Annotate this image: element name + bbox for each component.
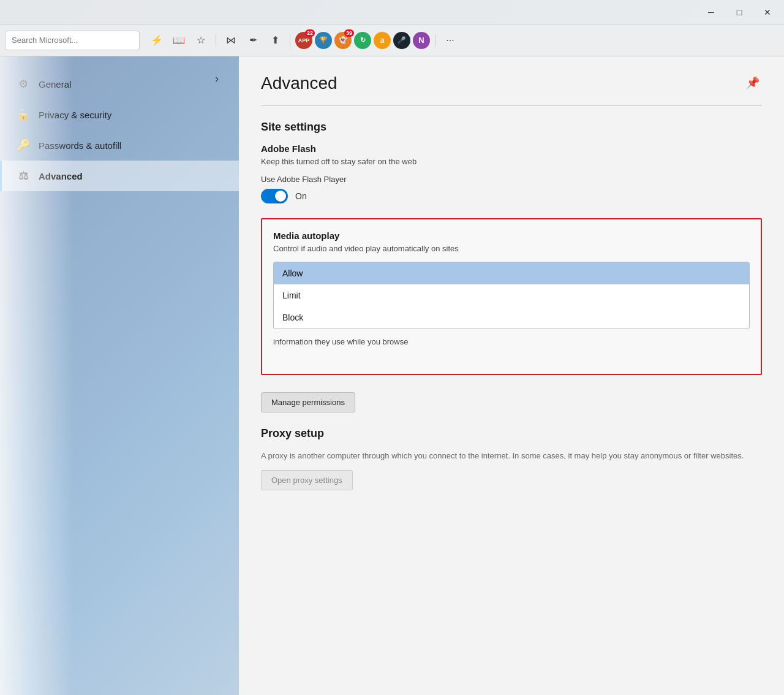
proxy-setup-section: Proxy setup A proxy is another computer …	[261, 427, 762, 491]
media-autoplay-dropdown[interactable]: Allow Limit Block	[273, 262, 750, 329]
right-panel: Advanced 📌 Site settings Adobe Flash Kee…	[239, 56, 784, 695]
close-button[interactable]: ✕	[753, 2, 782, 22]
refresh-ext[interactable]: ↻	[354, 32, 371, 49]
titlebar: ─ □ ✕	[0, 0, 784, 25]
sidebar-item-privacy-label: Privacy & security	[39, 110, 111, 120]
open-proxy-settings-button[interactable]: Open proxy settings	[261, 470, 353, 490]
sidebar-item-advanced[interactable]: ⚖ Advanced	[0, 161, 239, 191]
toolbar: ⚡ 📖 ☆ ⋈ ✒ ⬆ APP 22 🏆 👻 39 ↻ a 🎤 N ···	[0, 25, 784, 56]
minimize-button[interactable]: ─	[697, 2, 725, 22]
adobe-flash-block: Adobe Flash Keep this turned off to stay…	[261, 143, 762, 203]
sidebar-item-general-label: General	[39, 79, 71, 89]
translate-icon[interactable]: ⚡	[147, 31, 167, 50]
advanced-icon: ⚖	[17, 169, 30, 183]
media-autoplay-highlight-box: Media autoplay Control if audio and vide…	[261, 218, 762, 374]
favorites-icon[interactable]: ☆	[191, 31, 211, 50]
media-autoplay-name: Media autoplay	[273, 230, 750, 241]
dropdown-option-limit[interactable]: Limit	[274, 284, 749, 306]
privacy-icon: 🔒	[17, 108, 30, 121]
sidebar: › ⚙ General 🔒 Privacy & security 🔑 Passw…	[0, 56, 239, 695]
panel-header: Advanced 📌	[261, 74, 762, 93]
adobe-flash-use-label: Use Adobe Flash Player	[261, 175, 762, 184]
media-autoplay-desc: Control if audio and video play automati…	[273, 243, 750, 254]
sidebar-item-passwords-label: Passwords & autofill	[39, 140, 121, 151]
collections-icon[interactable]: ⋈	[221, 31, 241, 50]
toolbar-divider-1	[216, 34, 216, 47]
proxy-title: Proxy setup	[261, 427, 762, 440]
media-autoplay-block: Media autoplay Control if audio and vide…	[273, 230, 750, 348]
search-input[interactable]	[5, 31, 140, 50]
avatar-badge: 22	[305, 29, 315, 37]
sidebar-item-advanced-label: Advanced	[39, 171, 83, 181]
maximize-button[interactable]: □	[725, 2, 753, 22]
sidebar-item-privacy[interactable]: 🔒 Privacy & security	[0, 99, 239, 130]
dropdown-option-allow[interactable]: Allow	[274, 262, 749, 284]
toggle-knob	[275, 191, 286, 202]
toolbar-divider-2	[290, 34, 290, 47]
notes-icon[interactable]: ✒	[243, 31, 263, 50]
more-button[interactable]: ···	[440, 31, 460, 50]
pin-icon[interactable]: 📌	[744, 74, 762, 92]
dropdown-option-block[interactable]: Block	[274, 306, 749, 329]
media-autoplay-info: information they use while you browse	[273, 336, 750, 348]
trophy-ext[interactable]: 🏆	[315, 32, 332, 49]
titlebar-controls: ─ □ ✕	[697, 2, 782, 22]
passwords-icon: 🔑	[17, 139, 30, 152]
reader-icon[interactable]: 📖	[169, 31, 189, 50]
share-icon[interactable]: ⬆	[265, 31, 285, 50]
toolbar-divider-3	[435, 34, 435, 47]
mic-ext[interactable]: 🎤	[393, 32, 410, 49]
proxy-desc: A proxy is another computer through whic…	[261, 450, 762, 462]
general-icon: ⚙	[17, 77, 30, 91]
adobe-flash-toggle-label: On	[295, 191, 307, 201]
browser-window: ─ □ ✕ ⚡ 📖 ☆ ⋈ ✒ ⬆ APP 22 🏆 👻 39 ↻ a 🎤	[0, 0, 784, 695]
adobe-flash-name: Adobe Flash	[261, 143, 762, 154]
amazon-ext[interactable]: a	[374, 32, 391, 49]
adobe-flash-desc: Keep this turned off to stay safer on th…	[261, 156, 762, 167]
manage-permissions-button[interactable]: Manage permissions	[261, 392, 355, 412]
onenote-ext[interactable]: N	[413, 32, 430, 49]
adobe-flash-toggle-row: On	[261, 189, 762, 203]
sidebar-item-passwords[interactable]: 🔑 Passwords & autofill	[0, 130, 239, 161]
ghost-badge: 39	[344, 29, 354, 37]
main-content: › ⚙ General 🔒 Privacy & security 🔑 Passw…	[0, 56, 784, 695]
adobe-flash-toggle[interactable]	[261, 189, 288, 203]
sidebar-item-general[interactable]: ⚙ General	[0, 69, 239, 99]
site-settings-title: Site settings	[261, 121, 762, 134]
ghost-ext[interactable]: 👻 39	[334, 32, 352, 49]
panel-title: Advanced	[261, 74, 337, 93]
avatar-ext[interactable]: APP 22	[295, 32, 312, 49]
header-divider	[261, 105, 762, 106]
